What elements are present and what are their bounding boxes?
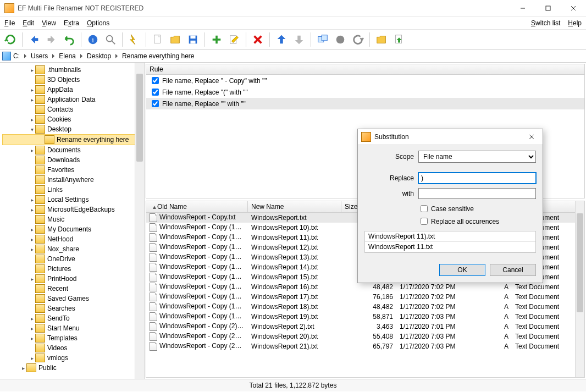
forward-button[interactable] [43,31,60,48]
delete-rule-button[interactable] [250,31,266,48]
rule-checkbox[interactable] [152,77,159,84]
tree-item[interactable]: ▸NetHood [2,234,144,244]
add-rule-button[interactable] [208,31,225,48]
table-row[interactable]: WindowsReport - Copy (16).txtWindowsRepo… [146,282,584,292]
menu-file[interactable]: File [4,19,15,27]
back-button[interactable] [26,31,42,48]
tree-item[interactable]: ▸vmlogs [2,353,144,363]
tree-item[interactable]: ▸My Documents [2,224,144,234]
cancel-button[interactable]: Cancel [490,264,536,276]
tree-item[interactable]: Videos [2,343,144,353]
record-button[interactable] [332,31,349,48]
tree-item[interactable]: ▸Documents [2,145,144,155]
replace-all-checkbox[interactable] [421,218,428,225]
tree-twisty-icon[interactable]: ▸ [29,67,35,73]
table-row[interactable]: WindowsReport - Copy (2).txtWindowsRepor… [146,322,584,332]
rule-row[interactable]: File name, Replace "(" with "" [146,86,584,98]
tree-twisty-icon[interactable]: ▸ [29,335,35,341]
tree-item[interactable]: ▸Cookies [2,114,144,124]
open-profile-button[interactable] [167,31,184,48]
tree-item[interactable]: ▸.thumbnails [2,65,144,75]
replace-input[interactable] [418,173,536,184]
tree-item[interactable]: ▸Local Settings [2,195,144,205]
tree-item[interactable]: ▸SendTo [2,313,144,323]
tree-twisty-icon[interactable]: ▸ [29,207,35,213]
tree-item[interactable]: Downloads [2,155,144,165]
preview-button[interactable] [314,31,331,48]
crumb-1[interactable]: Elena [59,52,76,60]
tree-item[interactable]: ▸Application Data [2,95,144,104]
tree-item[interactable]: Pictures [2,264,144,274]
table-row[interactable]: WindowsReport - Copy (21).txtWindowsRepo… [146,341,584,351]
tree-twisty-icon[interactable]: ▸ [29,117,35,123]
tree-twisty-icon[interactable]: ▸ [29,325,35,332]
tree-item[interactable]: ▸PrintHood [2,274,144,284]
tree-twisty-icon[interactable]: ▸ [20,365,26,371]
tree-item[interactable]: ▸Public [2,363,144,373]
tree-item[interactable]: Searches [2,303,144,313]
tree-scrollbar[interactable] [135,63,144,379]
crumb-2[interactable]: Desktop [87,52,111,60]
table-row[interactable]: WindowsReport - Copy (18).txtWindowsRepo… [146,302,584,312]
dialog-close-button[interactable] [524,131,539,142]
tree-twisty-icon[interactable]: ▸ [29,147,35,153]
case-sensitive-checkbox[interactable] [421,205,428,212]
info-button[interactable]: i [85,31,101,48]
folder-tree[interactable]: ▸.thumbnails3D Objects▸AppData▸Applicati… [0,63,145,379]
tree-item[interactable]: ▾Desktop [2,124,144,134]
scope-select[interactable]: File name [418,151,536,163]
tree-item[interactable]: Links [2,185,144,195]
tree-twisty-icon[interactable]: ▸ [29,355,35,361]
open-folder-button[interactable] [373,31,390,48]
crumb-0[interactable]: Users [31,52,48,60]
table-row[interactable]: WindowsReport - Copy (19).txtWindowsRepo… [146,312,584,322]
tree-item[interactable]: Contacts [2,104,144,114]
move-down-button[interactable] [291,31,307,48]
tree-twisty-icon[interactable]: ▸ [29,276,35,282]
ok-button[interactable]: OK [439,264,485,276]
minimize-button[interactable] [510,0,535,16]
new-profile-button[interactable] [150,31,166,48]
tree-item[interactable]: Rename everything here [2,134,144,145]
rule-checkbox[interactable] [152,100,159,107]
tree-twisty-icon[interactable]: ▸ [29,316,35,322]
move-up-button[interactable] [273,31,290,48]
tree-item[interactable]: ▸MicrosoftEdgeBackups [2,205,144,214]
tree-twisty-icon[interactable]: ▸ [29,197,35,203]
grid-scrollbar[interactable] [575,201,584,377]
edit-rule-button[interactable] [226,31,242,48]
menu-options[interactable]: Options [87,19,109,27]
tree-item[interactable]: ▸Nox_share [2,244,144,254]
tree-twisty-icon[interactable]: ▸ [29,87,35,93]
menu-extra[interactable]: Extra [64,19,79,27]
rule-row[interactable]: File name, Replace "" with "" [146,98,584,109]
rule-checkbox[interactable] [152,89,159,96]
close-button[interactable] [561,0,586,16]
tree-item[interactable]: OneDrive [2,254,144,264]
menu-switch-list[interactable]: Switch list [531,19,560,27]
save-profile-button[interactable] [185,31,201,48]
col-old-name[interactable]: ▲Old Name [146,201,248,212]
refresh-button[interactable] [2,31,19,48]
crumb-3[interactable]: Rename everything here [122,52,194,60]
col-new-name[interactable]: New Name [248,201,341,212]
tree-twisty-icon[interactable]: ▸ [29,97,35,103]
tree-twisty-icon[interactable]: ▾ [29,126,35,132]
tree-twisty-icon[interactable]: ▸ [29,236,35,242]
run-button[interactable] [126,31,142,48]
table-row[interactable]: WindowsReport - Copy (17).txtWindowsRepo… [146,292,584,302]
undo-button[interactable] [61,31,78,48]
maximize-button[interactable] [535,0,561,16]
table-row[interactable]: WindowsReport - Copy (20).txtWindowsRepo… [146,332,584,341]
tree-item[interactable]: Saved Games [2,294,144,303]
search-button[interactable] [102,31,119,48]
with-input[interactable] [418,188,536,199]
crumb-drive[interactable]: C: [2,52,20,60]
tree-item[interactable]: ▸Start Menu [2,323,144,333]
tree-twisty-icon[interactable]: ▸ [29,246,35,252]
tree-item[interactable]: InstallAnywhere [2,175,144,185]
tree-item[interactable]: Music [2,214,144,224]
tree-item[interactable]: ▸Templates [2,333,144,343]
tree-item[interactable]: Recent [2,284,144,294]
tree-item[interactable]: ▸AppData [2,85,144,95]
